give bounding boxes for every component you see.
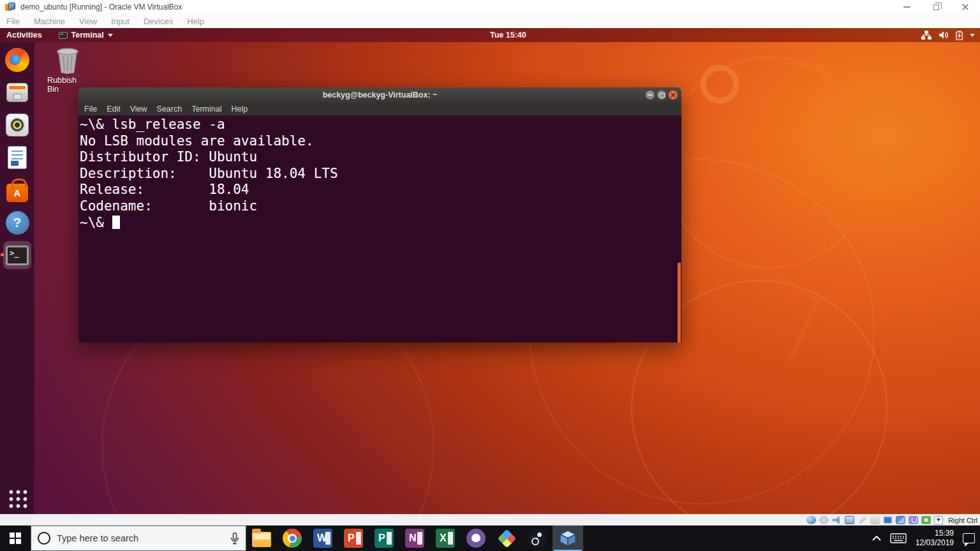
terminal-output[interactable]: ~\& lsb_release -a No LSB modules are av… <box>78 115 681 342</box>
start-button[interactable] <box>0 525 31 551</box>
tray-clock[interactable]: 15:39 12/03/2019 <box>916 529 954 548</box>
action-center-icon[interactable] <box>963 533 975 543</box>
restore-icon <box>933 4 939 10</box>
microphone-icon[interactable] <box>230 533 239 545</box>
running-indicator-dot <box>1 253 4 256</box>
taskbar-diamond-app[interactable] <box>491 525 522 551</box>
host-window-controls <box>892 0 980 14</box>
terminal-line: ~\& lsb_release -a <box>80 117 681 133</box>
status-menu-button[interactable] <box>934 516 943 525</box>
excel-letter: X <box>440 533 447 544</box>
terminal-menu-file[interactable]: File <box>84 105 97 114</box>
dock-item-help[interactable]: ? <box>3 209 31 237</box>
volume-icon <box>939 31 949 40</box>
menu-help[interactable]: Help <box>187 17 204 26</box>
topbar-system-menu[interactable] <box>921 28 975 42</box>
publisher-letter: P <box>378 533 385 544</box>
dock-item-terminal[interactable]: >_ <box>3 241 31 269</box>
taskbar-steam[interactable] <box>522 525 553 551</box>
taskbar-onenote[interactable]: N <box>399 525 430 551</box>
chevron-down-icon <box>937 518 940 522</box>
menu-file[interactable]: File <box>6 17 20 26</box>
topbar-clock[interactable]: Tue 15:40 <box>490 28 526 42</box>
terminal-titlebar[interactable]: beckyg@beckyg-VirtualBox: ~ <box>78 87 681 102</box>
shared-clipboard-icon[interactable] <box>921 516 931 524</box>
powerpoint-icon: P <box>344 529 363 548</box>
usb-icon[interactable] <box>858 516 867 524</box>
battery-icon <box>956 31 963 40</box>
host-window-title: demo_ubuntu [Running] - Oracle VM Virtua… <box>20 3 182 11</box>
terminal-menu-edit[interactable]: Edit <box>107 105 121 114</box>
software-letter: A <box>14 187 21 198</box>
terminal-close-button[interactable] <box>669 91 678 99</box>
dock-item-libreoffice-writer[interactable] <box>3 143 31 172</box>
files-icon <box>6 83 28 102</box>
activities-button[interactable]: Activities <box>6 31 42 40</box>
dock-item-firefox[interactable] <box>3 46 31 74</box>
close-button[interactable] <box>951 0 980 14</box>
system-tray: 15:39 12/03/2019 <box>872 525 980 551</box>
menu-devices[interactable]: Devices <box>144 17 173 26</box>
minimize-button[interactable] <box>892 0 921 14</box>
apps-grid-icon <box>7 488 28 509</box>
terminal-line: Distributor ID: Ubuntu <box>80 149 681 166</box>
network-icon <box>921 31 932 40</box>
file-explorer-icon <box>252 532 271 547</box>
show-applications-button[interactable] <box>0 488 34 509</box>
word-letter: W <box>317 533 327 544</box>
taskbar-chrome[interactable] <box>277 525 308 551</box>
terminal-menu-search[interactable]: Search <box>157 105 182 114</box>
terminal-maximize-button[interactable] <box>657 91 666 99</box>
tray-time: 15:39 <box>916 529 954 538</box>
trash-icon <box>56 47 80 74</box>
close-icon <box>961 3 969 11</box>
firefox-icon <box>5 48 29 72</box>
hard-disk-icon[interactable] <box>806 516 816 524</box>
virtual-screens-icon[interactable] <box>896 516 905 524</box>
terminal-glyph: >_ <box>10 249 19 258</box>
taskbar-github-desktop[interactable] <box>461 525 491 551</box>
terminal-line: Codename: bionic <box>80 198 681 215</box>
word-icon: W <box>313 529 332 548</box>
display-icon[interactable] <box>883 516 893 524</box>
audio-icon[interactable] <box>832 516 842 524</box>
dock-item-rhythmbox[interactable] <box>3 111 31 139</box>
host-menubar: File Machine View Input Devices Help <box>0 14 980 28</box>
terminal-scrollbar[interactable] <box>678 263 681 342</box>
touch-keyboard-icon[interactable] <box>890 533 907 544</box>
menu-view[interactable]: View <box>79 17 97 26</box>
terminal-line: Release: 18.04 <box>80 182 681 198</box>
host-titlebar: demo_ubuntu [Running] - Oracle VM Virtua… <box>0 0 980 14</box>
dock-item-files[interactable] <box>3 78 31 107</box>
terminal-prompt: ~\& <box>80 215 112 230</box>
mouse-integration-icon[interactable] <box>909 516 918 524</box>
optical-disc-icon[interactable] <box>819 516 829 524</box>
windows-taskbar: W P P N X 15:39 12/03/2019 <box>0 525 980 551</box>
menu-input[interactable]: Input <box>111 17 130 26</box>
terminal-menu-view[interactable]: View <box>130 105 147 114</box>
menu-machine[interactable]: Machine <box>34 17 65 26</box>
terminal-menu-help[interactable]: Help <box>231 105 248 114</box>
vm-display[interactable]: Activities Terminal Tue 15:40 A ? >_ <box>0 28 980 514</box>
terminal-prompt-line: ~\& <box>80 215 681 231</box>
restore-button[interactable] <box>921 0 951 14</box>
tray-chevron-icon[interactable] <box>872 536 881 541</box>
dock-item-ubuntu-software[interactable]: A <box>3 176 31 204</box>
terminal-window[interactable]: beckyg@beckyg-VirtualBox: ~ File Edit Vi… <box>78 87 681 342</box>
taskbar-file-explorer[interactable] <box>246 525 277 551</box>
taskbar-search[interactable] <box>31 525 246 551</box>
taskbar-publisher[interactable]: P <box>369 525 399 551</box>
libreoffice-writer-icon <box>8 146 27 169</box>
taskbar-virtualbox[interactable] <box>553 525 583 551</box>
terminal-menubar: File Edit View Search Terminal Help <box>78 102 681 115</box>
taskbar-word[interactable]: W <box>308 525 338 551</box>
app-menu-terminal[interactable]: Terminal <box>59 31 113 40</box>
publisher-icon: P <box>375 529 394 548</box>
network-adapters-icon[interactable] <box>845 516 854 524</box>
taskbar-powerpoint[interactable]: P <box>338 525 369 551</box>
terminal-minimize-button[interactable] <box>646 91 655 99</box>
taskbar-excel[interactable]: X <box>430 525 461 551</box>
terminal-menu-terminal[interactable]: Terminal <box>191 105 221 114</box>
search-input[interactable] <box>57 533 224 543</box>
shared-folders-icon[interactable] <box>870 516 880 524</box>
